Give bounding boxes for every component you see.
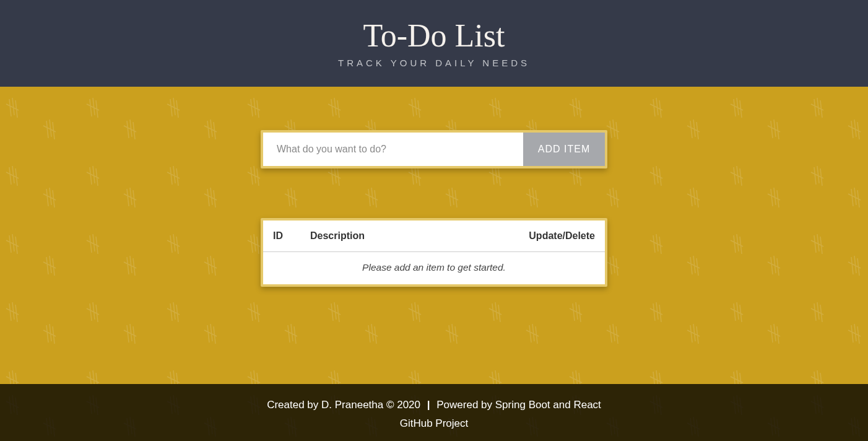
table-header-row: ID Description Update/Delete xyxy=(263,220,605,252)
add-item-card: ADD ITEM xyxy=(261,130,607,168)
footer-separator: | xyxy=(427,399,430,411)
app-footer: Created by D. Praneetha © 2020 | Powered… xyxy=(0,384,868,441)
add-item-button[interactable]: ADD ITEM xyxy=(523,133,605,166)
app-header: To-Do List TRACK YOUR DAILY NEEDS xyxy=(0,0,868,87)
app-title: To-Do List xyxy=(0,17,868,54)
todo-table-card: ID Description Update/Delete Please add … xyxy=(261,218,607,287)
column-header-actions: Update/Delete xyxy=(508,230,595,242)
footer-created-by: Created by D. Praneetha © 2020 xyxy=(267,399,420,411)
footer-powered-by: Powered by Spring Boot and React xyxy=(436,399,601,411)
github-link[interactable]: GitHub Project xyxy=(400,417,469,429)
todo-input[interactable] xyxy=(263,133,523,166)
main-content: ADD ITEM ID Description Update/Delete Pl… xyxy=(0,87,868,384)
app-subtitle: TRACK YOUR DAILY NEEDS xyxy=(0,58,868,68)
todo-table: ID Description Update/Delete Please add … xyxy=(263,220,605,284)
column-header-id: ID xyxy=(273,230,310,242)
empty-state-message: Please add an item to get started. xyxy=(263,252,605,284)
column-header-description: Description xyxy=(310,230,508,242)
footer-credits: Created by D. Praneetha © 2020 | Powered… xyxy=(0,399,868,411)
